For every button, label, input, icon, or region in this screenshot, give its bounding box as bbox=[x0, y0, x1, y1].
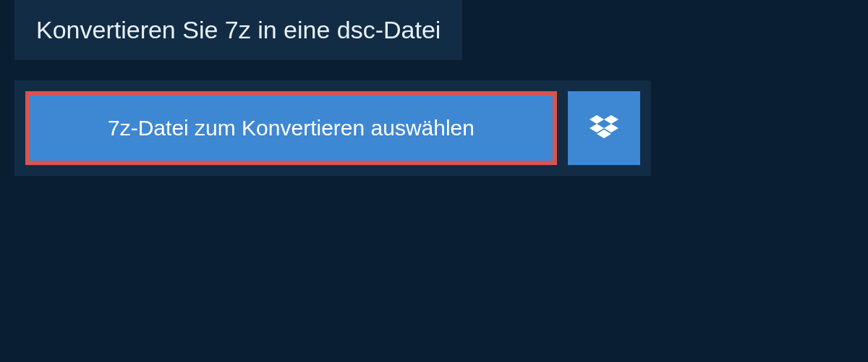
svg-marker-1 bbox=[604, 115, 618, 124]
dropbox-button[interactable] bbox=[568, 91, 640, 165]
upload-section: 7z-Datei zum Konvertieren auswählen bbox=[14, 80, 651, 176]
page-title: Konvertieren Sie 7z in eine dsc-Datei bbox=[36, 16, 441, 44]
header-bar: Konvertieren Sie 7z in eine dsc-Datei bbox=[14, 0, 462, 60]
svg-marker-0 bbox=[590, 115, 604, 124]
dropbox-icon bbox=[590, 112, 618, 144]
select-file-button[interactable]: 7z-Datei zum Konvertieren auswählen bbox=[25, 91, 557, 165]
select-file-label: 7z-Datei zum Konvertieren auswählen bbox=[108, 116, 475, 140]
